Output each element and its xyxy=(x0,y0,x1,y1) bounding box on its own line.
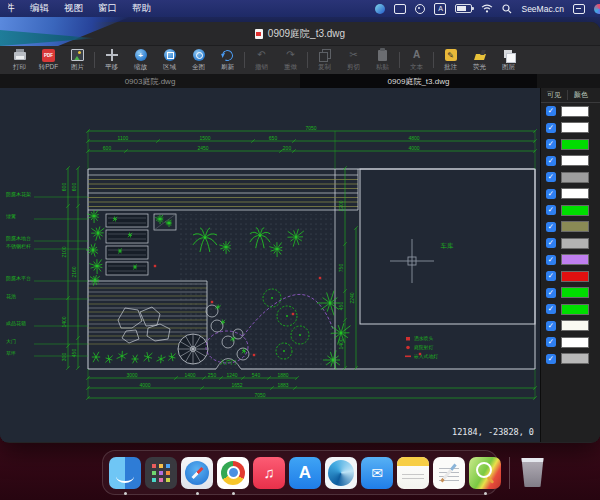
layer-color-swatch[interactable] xyxy=(561,320,589,331)
layer-color-swatch[interactable] xyxy=(561,337,589,348)
layer-color-swatch[interactable] xyxy=(561,238,589,249)
zoom-area-button[interactable]: 区域 xyxy=(155,49,184,72)
layer-visible-checkbox[interactable] xyxy=(546,123,556,133)
launchpad-icon[interactable] xyxy=(145,457,177,489)
input-method-icon[interactable]: A xyxy=(434,3,446,15)
layers-button[interactable]: 图层 xyxy=(494,49,523,72)
trash-icon[interactable] xyxy=(520,458,545,487)
print-button[interactable]: 打印 xyxy=(5,49,34,72)
window-status-icon[interactable] xyxy=(394,4,406,14)
layer-row-1 xyxy=(541,120,600,137)
layer-visible-checkbox[interactable] xyxy=(546,222,556,232)
layer-color-swatch[interactable] xyxy=(561,287,589,298)
menu-item-4[interactable]: 帮助 xyxy=(132,2,151,15)
to-pdf-button[interactable]: 转PDF xyxy=(34,49,63,72)
layer-visible-checkbox[interactable] xyxy=(546,271,556,281)
layer-visible-checkbox[interactable] xyxy=(546,304,556,314)
zoom-button[interactable]: 缩放 xyxy=(126,49,155,72)
paste-button[interactable]: 粘贴 xyxy=(368,49,397,72)
cut-button[interactable]: ✂剪切 xyxy=(339,49,368,72)
layer-color-swatch[interactable] xyxy=(561,254,589,265)
svg-text:7050: 7050 xyxy=(305,125,316,131)
svg-text:7050: 7050 xyxy=(254,392,265,398)
svg-text:花池: 花池 xyxy=(6,293,16,300)
layer-color-swatch[interactable] xyxy=(561,221,589,232)
notes-icon[interactable] xyxy=(397,457,429,489)
layer-visible-checkbox[interactable] xyxy=(546,354,556,364)
layer-visible-checkbox[interactable] xyxy=(546,156,556,166)
printer-icon xyxy=(14,52,26,60)
screen-record-icon[interactable] xyxy=(415,4,425,14)
dock xyxy=(102,450,498,495)
layer-visible-checkbox[interactable] xyxy=(546,205,556,215)
app-status-icon[interactable] xyxy=(375,4,385,14)
menu-item-0[interactable]: 文件 xyxy=(8,2,15,15)
music-icon[interactable] xyxy=(253,457,285,489)
menu-item-3[interactable]: 窗口 xyxy=(98,2,117,15)
siri-icon[interactable] xyxy=(594,4,600,14)
search-icon[interactable] xyxy=(502,4,512,14)
annotate-icon xyxy=(445,49,457,61)
layer-visible-checkbox[interactable] xyxy=(546,238,556,248)
layer-visible-checkbox[interactable] xyxy=(546,337,556,347)
svg-text:1652: 1652 xyxy=(231,382,242,388)
text-button[interactable]: A文本 xyxy=(402,49,431,72)
main-content: 7050110015006504800600245020040003000140… xyxy=(0,88,600,442)
safari-icon[interactable] xyxy=(181,457,213,489)
svg-text:2100: 2100 xyxy=(61,246,67,257)
menu-item-2[interactable]: 视图 xyxy=(64,2,83,15)
pdf-icon xyxy=(42,49,55,62)
undo-button[interactable]: ↶撤销 xyxy=(247,49,276,72)
menu-item-1[interactable]: 编辑 xyxy=(30,2,49,15)
tab-file-2-active[interactable]: 0909庭院_t3.dwg xyxy=(300,74,537,88)
svg-text:600: 600 xyxy=(71,183,77,192)
layer-visible-checkbox[interactable] xyxy=(546,172,556,182)
highlight-button[interactable]: 荧光 xyxy=(465,49,494,72)
zoom-extents-button[interactable]: 全图 xyxy=(184,49,213,72)
svg-text:250: 250 xyxy=(208,372,217,378)
toolbar-divider xyxy=(433,52,434,68)
layer-color-swatch[interactable] xyxy=(561,304,589,315)
layer-color-swatch[interactable] xyxy=(561,106,589,117)
layer-row-14 xyxy=(541,334,600,351)
finder-icon[interactable] xyxy=(109,457,141,489)
layer-visible-checkbox[interactable] xyxy=(546,321,556,331)
tab-filler xyxy=(537,74,600,88)
cad-viewer-icon[interactable] xyxy=(469,457,501,489)
layer-visible-checkbox[interactable] xyxy=(546,189,556,199)
mail-icon[interactable] xyxy=(361,457,393,489)
redo-button[interactable]: ↷重做 xyxy=(276,49,305,72)
app-store-icon[interactable] xyxy=(289,457,321,489)
layer-color-swatch[interactable] xyxy=(561,172,589,183)
pan-button[interactable]: 平移 xyxy=(97,49,126,72)
layers-icon xyxy=(503,49,515,61)
layer-visible-checkbox[interactable] xyxy=(546,106,556,116)
tab-file-1[interactable]: 0903庭院.dwg xyxy=(0,74,300,88)
export-image-button[interactable]: 图片 xyxy=(63,49,92,72)
cad-drawing: 7050110015006504800600245020040003000140… xyxy=(0,88,540,442)
layer-color-swatch[interactable] xyxy=(561,353,589,364)
layer-color-swatch[interactable] xyxy=(561,122,589,133)
annotate-button[interactable]: 批注 xyxy=(436,49,465,72)
layer-color-swatch[interactable] xyxy=(561,188,589,199)
textedit-icon[interactable] xyxy=(433,457,465,489)
layer-color-swatch[interactable] xyxy=(561,271,589,282)
copy-button[interactable]: 复制 xyxy=(310,49,339,72)
menu-bar: 文件编辑视图窗口帮助 A SeeMac.cn xyxy=(0,0,600,17)
layer-visible-checkbox[interactable] xyxy=(546,288,556,298)
layer-color-swatch[interactable] xyxy=(561,155,589,166)
battery-icon[interactable] xyxy=(455,4,472,13)
layer-visible-checkbox[interactable] xyxy=(546,255,556,265)
chrome-icon[interactable] xyxy=(217,457,249,489)
wifi-icon[interactable] xyxy=(481,4,493,13)
toolbar-divider xyxy=(307,52,308,68)
layer-color-swatch[interactable] xyxy=(561,139,589,150)
user-switch-icon[interactable] xyxy=(573,4,585,14)
layer-color-swatch[interactable] xyxy=(561,205,589,216)
wave-app-icon[interactable] xyxy=(325,457,357,489)
svg-text:绿篱: 绿篱 xyxy=(6,213,16,219)
refresh-button[interactable]: 刷新 xyxy=(213,49,242,72)
layer-visible-checkbox[interactable] xyxy=(546,139,556,149)
svg-text:成品花箱: 成品花箱 xyxy=(5,320,26,327)
drawing-canvas[interactable]: 7050110015006504800600245020040003000140… xyxy=(0,88,540,442)
